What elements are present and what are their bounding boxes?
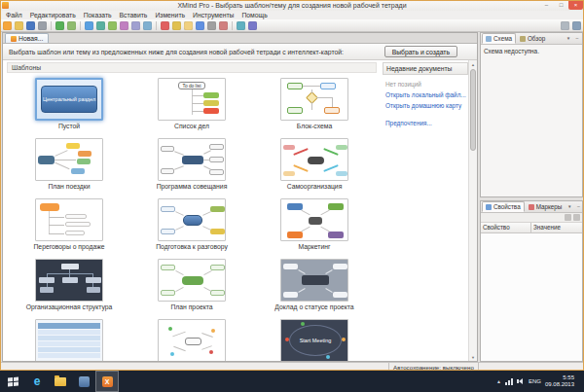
summary-icon[interactable] xyxy=(143,21,152,30)
panel-menu-icon[interactable]: ▾ xyxy=(566,202,573,210)
template-item[interactable] xyxy=(130,317,253,361)
presentation-icon[interactable] xyxy=(248,21,257,30)
template-item-todo[interactable]: To do list Список дел xyxy=(130,76,253,136)
windows-taskbar: e X ▲ ENG 5:55 09.08.2013 xyxy=(0,371,584,392)
shape xyxy=(192,95,203,96)
shape xyxy=(333,264,347,269)
panel-minimize-icon[interactable]: – xyxy=(574,202,582,210)
shape xyxy=(183,215,202,226)
template-thumbnail[interactable] xyxy=(158,259,226,302)
notes-icon[interactable] xyxy=(184,21,193,30)
shape xyxy=(66,143,80,149)
menu-item-6[interactable]: Помощь xyxy=(237,12,271,18)
undo-icon[interactable] xyxy=(55,21,64,30)
open-file-icon[interactable] xyxy=(15,21,23,30)
template-thumbnail[interactable] xyxy=(158,198,226,241)
tab-new-workbook[interactable]: Новая... xyxy=(5,33,49,43)
drill-down-icon[interactable] xyxy=(237,21,245,30)
template-thumbnail[interactable] xyxy=(35,198,103,241)
taskbar-xmind[interactable]: X xyxy=(95,371,119,392)
label-icon[interactable] xyxy=(172,21,181,30)
template-thumbnail[interactable]: To do list xyxy=(158,78,226,121)
template-thumbnail[interactable] xyxy=(35,259,103,302)
open-local-file-link[interactable]: Открыть локальный файл... xyxy=(385,91,468,98)
template-thumbnail[interactable] xyxy=(280,198,348,241)
help-icon[interactable] xyxy=(572,21,581,30)
language-indicator[interactable]: ENG xyxy=(529,378,541,384)
marker-icon[interactable] xyxy=(161,21,169,30)
template-thumbnail[interactable] xyxy=(280,138,348,181)
menu-item-5[interactable]: Инструменты xyxy=(189,12,237,18)
template-item-project-plan[interactable]: План проекта xyxy=(130,257,253,317)
menu-item-3[interactable]: Вставить xyxy=(116,12,152,18)
template-item-start-meeting[interactable]: Start Meeting xyxy=(253,317,376,361)
relationship-icon[interactable] xyxy=(120,21,128,30)
close-button[interactable]: × xyxy=(568,0,583,10)
minimize-button[interactable]: – xyxy=(539,0,554,10)
template-thumbnail[interactable]: Start Meeting xyxy=(280,319,348,361)
boundary-icon[interactable] xyxy=(131,21,140,30)
panel-menu-icon[interactable]: ▾ xyxy=(565,34,572,42)
network-icon[interactable] xyxy=(505,377,513,385)
tab-markers[interactable]: Маркеры xyxy=(525,201,566,212)
template-item-blank[interactable]: Центральный раздел Пустой xyxy=(8,76,130,136)
print-icon[interactable] xyxy=(38,21,47,30)
scrollbar-thumb[interactable] xyxy=(470,69,476,151)
view-menu-icon[interactable] xyxy=(573,214,580,221)
template-item-sales-negotiation[interactable]: Переговоры о продаже xyxy=(8,196,130,257)
template-item[interactable] xyxy=(8,317,130,361)
template-thumbnail[interactable] xyxy=(280,259,348,302)
scroll-up-icon[interactable]: ▲ xyxy=(469,60,477,68)
taskbar-file-explorer[interactable] xyxy=(49,371,72,392)
pin-icon[interactable] xyxy=(565,214,571,221)
attachment-icon[interactable] xyxy=(207,21,216,30)
hyperlink-icon[interactable] xyxy=(196,21,204,30)
audio-notes-icon[interactable] xyxy=(219,21,228,30)
menu-item-2[interactable]: Показать xyxy=(80,12,116,18)
taskbar-app[interactable] xyxy=(72,371,95,392)
open-home-map-link[interactable]: Открыть домашнюю карту xyxy=(385,102,468,109)
save-icon[interactable] xyxy=(26,21,35,30)
taskbar-internet-explorer[interactable]: e xyxy=(25,371,49,392)
template-thumbnail[interactable] xyxy=(35,319,103,361)
template-thumbnail[interactable] xyxy=(158,319,226,361)
tab-overview[interactable]: Обзор xyxy=(516,33,549,44)
shape: Start Meeting xyxy=(291,336,340,345)
taskbar-clock[interactable]: 5:55 09.08.2013 xyxy=(545,374,574,388)
start-button[interactable] xyxy=(0,371,25,392)
floating-topic-icon[interactable] xyxy=(108,21,117,30)
template-item-flowchart[interactable]: Блок-схема xyxy=(253,76,376,136)
preferences-link[interactable]: Предпочтения... xyxy=(385,120,468,126)
tray-expand-icon[interactable]: ▲ xyxy=(496,378,501,384)
menu-item-0[interactable]: Файл xyxy=(2,12,26,18)
insert-subtopic-icon[interactable] xyxy=(96,21,105,30)
template-item-org-chart[interactable]: Организационная структура xyxy=(8,257,130,317)
menu-item-1[interactable]: Редактировать xyxy=(26,12,80,18)
template-item-self-organization[interactable]: Самоорганизация xyxy=(253,136,376,196)
template-item-conversation-prep[interactable]: Подготовка к разговору xyxy=(130,196,253,257)
search-icon[interactable] xyxy=(561,21,569,30)
template-item-travel-plan[interactable]: План поездки xyxy=(8,136,130,196)
template-thumbnail[interactable] xyxy=(280,78,348,121)
template-item-marketing[interactable]: Маркетинг xyxy=(253,196,376,257)
template-item-status-report[interactable]: Доклад о статусе проекта xyxy=(253,257,376,317)
insert-topic-icon[interactable] xyxy=(85,21,93,30)
tab-outline[interactable]: Схема xyxy=(482,33,516,44)
menu-item-4[interactable]: Изменить xyxy=(151,12,189,18)
tab-properties[interactable]: Свойства xyxy=(482,201,525,212)
panel-minimize-icon[interactable]: – xyxy=(573,34,581,42)
choose-create-button[interactable]: Выбрать и создать xyxy=(384,46,457,57)
titlebar[interactable]: XMind Pro - Выбрать шаблон/тему для созд… xyxy=(0,0,584,11)
volume-icon[interactable] xyxy=(517,377,525,385)
template-caption: План поездки xyxy=(48,183,90,190)
template-thumbnail[interactable] xyxy=(158,138,226,181)
template-gallery: Шаблоны Центральный раздел Пустой To do … xyxy=(3,60,477,361)
template-thumbnail[interactable] xyxy=(35,138,103,181)
maximize-button[interactable]: □ xyxy=(554,0,568,10)
scroll-down-icon[interactable]: ▼ xyxy=(469,353,477,361)
redo-icon[interactable] xyxy=(67,21,76,30)
new-workbook-icon[interactable] xyxy=(3,21,12,30)
template-item-meeting-agenda[interactable]: Программа совещания xyxy=(130,136,253,196)
templates-scrollbar[interactable]: ▲ ▼ xyxy=(468,60,477,361)
template-thumbnail[interactable]: Центральный раздел xyxy=(35,78,103,121)
